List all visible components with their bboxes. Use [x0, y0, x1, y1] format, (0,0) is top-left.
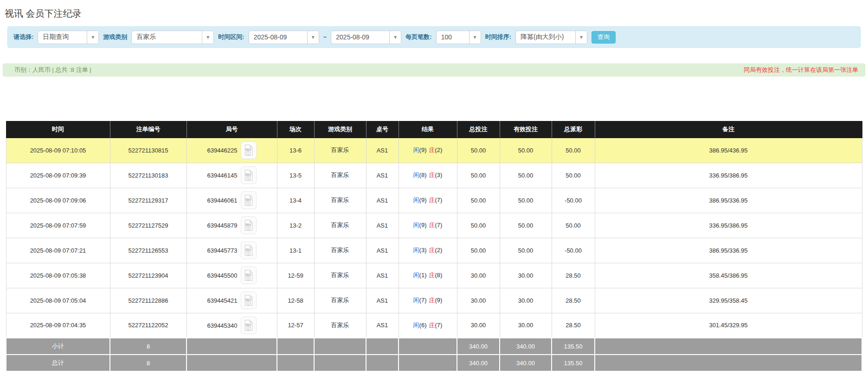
empty-cell — [366, 338, 399, 355]
filter-toolbar: 请选择: 日期查询 ▾ 游戏类别 百家乐 ▾ 时间区间: 2025-08-09 … — [7, 26, 861, 48]
result-cell: 闲(1)庄(8) — [399, 263, 457, 288]
table-number: AS1 — [366, 213, 399, 238]
table-row: 2025-08-09 07:09:06 522721129317 6394460… — [6, 188, 862, 213]
total-bet-link[interactable]: 50.00 — [457, 213, 500, 238]
col-header-table-no: 桌号 — [366, 121, 399, 138]
game-type-select[interactable]: 百家乐 ▾ — [131, 31, 214, 44]
result-cell: 闲(8)庄(3) — [399, 163, 457, 188]
game-type-value: 百家乐 — [132, 31, 202, 44]
bet-time: 2025-08-09 07:10:05 — [6, 138, 110, 163]
caret-down-icon: ▾ — [202, 31, 213, 44]
bet-id: 522721129317 — [110, 188, 186, 213]
summary-bar: 币别：人民币 | 总共 :8 注单 | 同局有效投注，统一计算在该局第一张注单 — [3, 64, 865, 76]
round-cell: 639445500 — [186, 263, 277, 288]
round-id: 639445500 — [207, 272, 237, 279]
total-bet-link[interactable]: 30.00 — [457, 263, 500, 288]
game-type: 百家乐 — [314, 238, 366, 263]
total-bet-link[interactable]: 50.00 — [457, 163, 500, 188]
note: 329.95/358.45 — [595, 288, 862, 313]
query-type-value: 日期查询 — [38, 31, 87, 44]
banker-result: 庄 — [429, 222, 435, 229]
table-number: AS1 — [366, 138, 399, 163]
empty-cell — [314, 338, 366, 355]
payout: 28.50 — [552, 313, 595, 338]
valid-bet: 30.00 — [500, 288, 552, 313]
table-row: 2025-08-09 07:05:04 522721122886 6394454… — [6, 288, 862, 313]
round-cell: 639445879 — [186, 213, 277, 238]
banker-result: 庄 — [429, 171, 435, 178]
per-page-select[interactable]: 100 ▾ — [436, 31, 481, 44]
round-id: 639445879 — [207, 222, 237, 229]
bet-time: 2025-08-09 07:05:38 — [6, 263, 110, 288]
note: 358.45/386.95 — [595, 263, 862, 288]
sort-order-label: 时间排序: — [485, 33, 511, 41]
date-from-picker[interactable]: 2025-08-09 ▾ — [249, 31, 319, 44]
col-header-round: 局号 — [186, 121, 277, 138]
player-result: 闲 — [413, 322, 419, 329]
empty-cell — [277, 338, 314, 355]
bet-id: 522721123904 — [110, 263, 186, 288]
query-type-select[interactable]: 日期查询 ▾ — [38, 31, 99, 44]
empty-cell — [277, 355, 314, 371]
valid-bet: 50.00 — [500, 188, 552, 213]
video-replay-icon[interactable] — [241, 267, 257, 284]
player-result: 闲 — [413, 197, 419, 203]
banker-result: 庄 — [429, 146, 435, 153]
game-type: 百家乐 — [314, 313, 366, 338]
col-header-bet-id: 注单编号 — [110, 121, 186, 138]
video-replay-icon[interactable] — [241, 141, 257, 159]
table-number: AS1 — [366, 163, 399, 188]
video-replay-icon[interactable] — [241, 317, 257, 334]
total-bet-link[interactable]: 50.00 — [457, 138, 500, 163]
banker-result: 庄 — [429, 322, 435, 329]
table-number: AS1 — [366, 288, 399, 313]
query-type-label: 请选择: — [13, 33, 33, 41]
player-score: (7) — [419, 297, 427, 304]
round-id: 639445773 — [207, 247, 237, 254]
bet-id: 522721130815 — [110, 138, 186, 163]
bet-records-table: 时间 注单编号 局号 场次 游戏类别 桌号 结果 总投注 有效投注 总派彩 备注… — [6, 121, 862, 372]
banker-score: (2) — [435, 146, 443, 153]
round-cell: 639446145 — [186, 163, 277, 188]
total-bet-link[interactable]: 50.00 — [457, 238, 500, 263]
table-row: 2025-08-09 07:05:38 522721123904 6394455… — [6, 263, 862, 288]
empty-cell — [399, 338, 457, 355]
total-bet-link[interactable]: 50.00 — [457, 188, 500, 213]
subtotal-payout: 135.50 — [552, 338, 595, 355]
note: 386.95/336.95 — [595, 238, 862, 263]
banker-score: (3) — [435, 171, 443, 178]
grand-total-count: 8 — [110, 355, 186, 371]
session: 13-1 — [277, 238, 314, 263]
col-header-game: 游戏类别 — [314, 121, 366, 138]
video-replay-icon[interactable] — [241, 241, 257, 259]
col-header-payout: 总派彩 — [552, 121, 595, 138]
round-id: 639445421 — [207, 297, 237, 304]
sort-order-select[interactable]: 降冪(由大到小) ▾ — [515, 31, 587, 44]
table-header-row: 时间 注单编号 局号 场次 游戏类别 桌号 结果 总投注 有效投注 总派彩 备注 — [6, 121, 862, 138]
player-result: 闲 — [413, 146, 419, 153]
session: 13-6 — [277, 138, 314, 163]
total-bet-link[interactable]: 30.00 — [457, 288, 500, 313]
total-bet-link[interactable]: 30.00 — [457, 313, 500, 338]
search-button[interactable]: 查询 — [592, 31, 616, 44]
valid-bet: 50.00 — [500, 213, 552, 238]
video-replay-icon[interactable] — [241, 292, 257, 309]
video-replay-icon[interactable] — [241, 191, 257, 209]
game-type: 百家乐 — [314, 263, 366, 288]
video-replay-icon[interactable] — [241, 166, 257, 184]
player-result: 闲 — [413, 272, 419, 279]
result-cell: 闲(9)庄(7) — [399, 188, 457, 213]
valid-bet: 50.00 — [500, 138, 552, 163]
table-row: 2025-08-09 07:07:21 522721126553 6394457… — [6, 238, 862, 263]
caret-down-icon: ▾ — [307, 31, 319, 44]
bet-id: 522721122052 — [110, 313, 186, 338]
video-replay-icon[interactable] — [241, 216, 257, 234]
valid-bet: 50.00 — [500, 163, 552, 188]
bet-time: 2025-08-09 07:09:39 — [6, 163, 110, 188]
banker-result: 庄 — [429, 247, 435, 254]
date-to-picker[interactable]: 2025-08-09 ▾ — [331, 31, 401, 44]
player-score: (9) — [419, 146, 427, 153]
bet-id: 522721122886 — [110, 288, 186, 313]
per-page-label: 每页笔数: — [405, 33, 431, 41]
session: 13-4 — [277, 188, 314, 213]
